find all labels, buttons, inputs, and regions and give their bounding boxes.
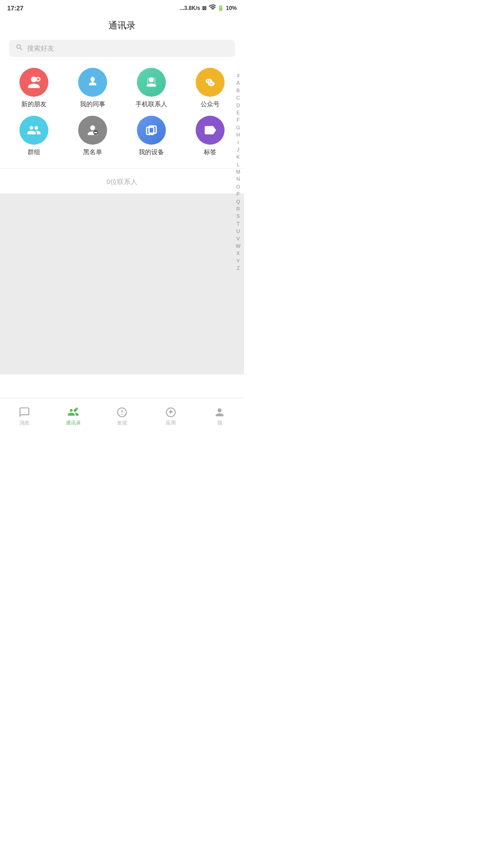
alpha-letter-T[interactable]: T [234, 221, 242, 227]
tag-icon [196, 116, 225, 145]
svg-point-7 [207, 80, 208, 82]
alpha-letter-#[interactable]: # [234, 72, 242, 79]
search-placeholder: 搜索好友 [27, 44, 54, 53]
alpha-letter-O[interactable]: O [234, 184, 242, 190]
colleague-label: 我的同事 [80, 100, 105, 108]
svg-point-10 [211, 83, 213, 85]
alpha-letter-A[interactable]: A [234, 80, 242, 86]
alpha-letter-U[interactable]: U [234, 228, 242, 235]
nav-label-me: 我 [217, 420, 222, 426]
nav-label-discover: 发现 [117, 420, 127, 426]
group-icon [19, 116, 48, 145]
alpha-letter-F[interactable]: F [234, 117, 242, 123]
alpha-letter-R[interactable]: R [234, 206, 242, 212]
contact-count: 0位联系人 [0, 168, 244, 193]
grid-item-group[interactable]: 群组 [11, 116, 56, 156]
wifi-icon [208, 4, 216, 12]
blacklist-label: 黑名单 [83, 148, 102, 156]
network-speed: ...3.8K/s [180, 5, 200, 11]
alpha-letter-I[interactable]: I [234, 139, 242, 146]
new-friend-icon [19, 68, 48, 97]
phone-contacts-label: 手机联系人 [136, 100, 167, 108]
alpha-letter-N[interactable]: N [234, 176, 242, 183]
my-device-icon [137, 116, 166, 145]
bottom-nav: 消息 通讯录 发现 应用 我 [0, 398, 244, 434]
new-friend-label: 新的朋友 [21, 100, 47, 108]
alpha-letter-W[interactable]: W [234, 243, 242, 250]
group-label: 群组 [28, 148, 40, 156]
colleague-icon [78, 68, 107, 97]
alpha-letter-L[interactable]: L [234, 161, 242, 168]
search-icon [15, 43, 23, 53]
alpha-letter-M[interactable]: M [234, 169, 242, 175]
alpha-letter-K[interactable]: K [234, 154, 242, 160]
official-account-icon [196, 68, 225, 97]
search-bar[interactable]: 搜索好友 [9, 40, 235, 57]
nav-label-contacts: 通讯录 [66, 420, 81, 426]
grid-item-official-account[interactable]: 公众号 [188, 68, 233, 108]
alphabet-sidebar[interactable]: #ABCDEFGHIJKLMNOPQRSTUVWXYZ [234, 72, 242, 272]
alpha-letter-V[interactable]: V [234, 236, 242, 242]
phone-contacts-icon [137, 68, 166, 97]
grid-section: 新的朋友 我的同事 [0, 63, 244, 168]
alpha-letter-P[interactable]: P [234, 191, 242, 198]
alpha-letter-Z[interactable]: Z [234, 265, 242, 272]
main-scroll[interactable]: 17:27 ...3.8K/s ⊠ 🔋 10% 通讯录 搜索好友 [0, 0, 244, 398]
official-account-label: 公众号 [201, 100, 220, 108]
alpha-letter-S[interactable]: S [234, 213, 242, 220]
alpha-letter-Y[interactable]: Y [234, 258, 242, 264]
blacklist-icon [78, 116, 107, 145]
my-device-label: 我的设备 [139, 148, 164, 156]
sim-icon: ⊠ [202, 5, 206, 11]
alpha-letter-C[interactable]: C [234, 94, 242, 101]
svg-point-9 [210, 83, 211, 85]
nav-item-messages[interactable]: 消息 [6, 406, 42, 426]
grid-item-tag[interactable]: 标签 [188, 116, 233, 156]
battery-icon: 🔋 [217, 5, 224, 11]
grid-item-colleague[interactable]: 我的同事 [70, 68, 115, 108]
status-bar: 17:27 ...3.8K/s ⊠ 🔋 10% [0, 0, 244, 14]
svg-point-8 [209, 80, 210, 82]
grid-row-2: 群组 黑名单 [5, 116, 239, 156]
nav-item-apps[interactable]: 应用 [153, 406, 189, 426]
alpha-letter-G[interactable]: G [234, 124, 242, 131]
nav-label-apps: 应用 [166, 420, 176, 426]
alpha-letter-B[interactable]: B [234, 87, 242, 94]
nav-item-contacts[interactable]: 通讯录 [55, 406, 91, 426]
page-title: 通讯录 [0, 14, 244, 36]
alpha-letter-J[interactable]: J [234, 146, 242, 153]
status-time: 17:27 [7, 5, 23, 12]
tag-label: 标签 [204, 148, 216, 156]
alpha-letter-X[interactable]: X [234, 250, 242, 257]
nav-label-messages: 消息 [19, 420, 29, 426]
grid-item-phone-contacts[interactable]: 手机联系人 [129, 68, 174, 108]
status-right: ...3.8K/s ⊠ 🔋 10% [180, 4, 237, 12]
grid-row-1: 新的朋友 我的同事 [5, 68, 239, 108]
nav-item-discover[interactable]: 发现 [104, 406, 140, 426]
alpha-letter-Q[interactable]: Q [234, 198, 242, 205]
grid-item-blacklist[interactable]: 黑名单 [70, 116, 115, 156]
nav-item-me[interactable]: 我 [202, 406, 238, 426]
alpha-letter-D[interactable]: D [234, 102, 242, 109]
battery-level: 10% [226, 5, 237, 11]
grid-item-my-device[interactable]: 我的设备 [129, 116, 174, 156]
empty-area [0, 193, 244, 374]
grid-item-new-friend[interactable]: 新的朋友 [11, 68, 56, 108]
alpha-letter-H[interactable]: H [234, 132, 242, 138]
alpha-letter-E[interactable]: E [234, 109, 242, 116]
